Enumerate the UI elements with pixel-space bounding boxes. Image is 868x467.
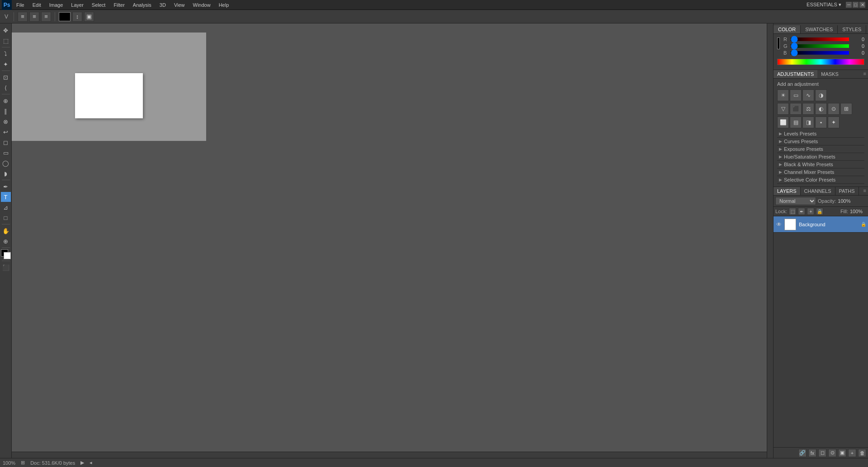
gradient-tool[interactable]: ▭ xyxy=(1,148,11,158)
color-picker[interactable] xyxy=(59,12,71,21)
preset-channel-mixer[interactable]: ▶ Channel Mixer Presets xyxy=(777,168,864,176)
preset-bw[interactable]: ▶ Black & White Presets xyxy=(777,161,864,168)
tab-paths[interactable]: PATHS xyxy=(835,187,859,195)
background-color[interactable] xyxy=(4,252,11,259)
menu-analysis[interactable]: Analysis xyxy=(129,1,155,9)
layer-visibility-toggle[interactable]: 👁 xyxy=(775,221,783,228)
channel-mixer-btn[interactable]: ⊞ xyxy=(840,103,852,115)
magic-wand-tool[interactable]: ✦ xyxy=(1,59,11,69)
horizontal-scrollbar[interactable] xyxy=(12,452,767,458)
b-slider[interactable] xyxy=(791,51,849,55)
crop-tool[interactable]: ⊡ xyxy=(1,72,11,82)
menu-view[interactable]: View xyxy=(170,1,189,9)
menu-image[interactable]: Image xyxy=(46,1,67,9)
eyedropper-tool[interactable]: ⟨ xyxy=(1,83,11,93)
essentials-button[interactable]: ESSENTIALS ▾ xyxy=(803,1,845,9)
blur-tool[interactable]: ◯ xyxy=(1,158,11,168)
quick-mask-button[interactable]: ⬛ xyxy=(1,262,11,272)
hue-sat-btn[interactable]: ⬛ xyxy=(790,103,802,115)
marquee-tool[interactable]: ⬚ xyxy=(1,36,11,46)
type-tool[interactable]: T xyxy=(1,192,11,202)
close-button[interactable]: ✕ xyxy=(859,2,865,8)
menu-layer[interactable]: Layer xyxy=(67,1,87,9)
path-selection-tool[interactable]: ⊿ xyxy=(1,202,11,212)
brightness-contrast-btn[interactable]: ☀ xyxy=(777,89,789,101)
zoom-tool[interactable]: ⊕ xyxy=(1,236,11,246)
menu-filter[interactable]: Filter xyxy=(110,1,128,9)
tab-color[interactable]: COLOR xyxy=(774,25,801,33)
align-center-button[interactable]: ≡ xyxy=(29,12,39,22)
tab-masks[interactable]: MASKS xyxy=(817,70,842,78)
menu-help[interactable]: Help xyxy=(215,1,233,9)
frame-icon[interactable]: ▣ xyxy=(84,12,94,22)
vertical-scrollbar[interactable] xyxy=(767,23,773,458)
maximize-button[interactable]: □ xyxy=(853,2,859,8)
layer-row-background[interactable]: 👁 Background 🔒 xyxy=(774,216,868,233)
invert-btn[interactable]: ⬜ xyxy=(777,117,789,128)
lock-image-btn[interactable]: ✒ xyxy=(798,208,805,215)
adj-panel-menu[interactable]: ≡ xyxy=(862,70,868,78)
menu-window[interactable]: Window xyxy=(189,1,214,9)
lasso-tool[interactable]: ⤵ xyxy=(1,49,11,59)
levels-btn[interactable]: ▭ xyxy=(790,89,802,101)
blend-mode-select[interactable]: Normal xyxy=(775,197,816,205)
healing-tool[interactable]: ⊕ xyxy=(1,96,11,106)
preset-exposure[interactable]: ▶ Exposure Presets xyxy=(777,145,864,153)
threshold-btn[interactable]: ◨ xyxy=(802,117,814,128)
selective-color-btn[interactable]: ✦ xyxy=(828,117,840,128)
preset-curves[interactable]: ▶ Curves Presets xyxy=(777,138,864,145)
layer-group-btn[interactable]: ▣ xyxy=(838,449,846,457)
curves-btn[interactable]: ∿ xyxy=(802,89,814,101)
dodge-tool[interactable]: ◗ xyxy=(1,168,11,178)
expand-icon[interactable]: ▶ xyxy=(80,460,84,466)
menu-file[interactable]: File xyxy=(13,1,28,9)
hand-tool[interactable]: ✋ xyxy=(1,226,11,236)
lock-position-btn[interactable]: + xyxy=(807,208,814,215)
gradient-map-btn[interactable]: ▪ xyxy=(815,117,827,128)
bw-btn[interactable]: ◐ xyxy=(815,103,827,115)
posterize-btn[interactable]: ▤ xyxy=(790,117,802,128)
exposure-btn[interactable]: ◑ xyxy=(815,89,827,101)
layers-panel-menu[interactable]: ≡ xyxy=(862,187,868,195)
r-slider[interactable] xyxy=(791,37,849,41)
history-brush[interactable]: ↩ xyxy=(1,127,11,137)
color-boxes[interactable] xyxy=(1,249,11,259)
pen-tool[interactable]: ✒ xyxy=(1,182,11,191)
brush-tool[interactable]: ∥ xyxy=(1,106,11,116)
lock-all-btn[interactable]: 🔒 xyxy=(816,208,823,215)
layer-new-btn[interactable]: + xyxy=(848,449,856,457)
align-left-button[interactable]: ≡ xyxy=(18,12,28,22)
toggle-icon[interactable]: ↕ xyxy=(72,12,82,22)
vibrance-btn[interactable]: ▽ xyxy=(777,103,789,115)
zoom-icon[interactable]: ⊞ xyxy=(21,460,25,466)
clone-tool[interactable]: ⊗ xyxy=(1,117,11,126)
color-balance-btn[interactable]: ⚖ xyxy=(802,103,814,115)
tab-swatches[interactable]: SWATCHES xyxy=(801,25,838,33)
menu-select[interactable]: Select xyxy=(88,1,109,9)
tab-adjustments[interactable]: ADJUSTMENTS xyxy=(774,70,817,78)
photo-filter-btn[interactable]: ⊙ xyxy=(828,103,840,115)
tab-layers[interactable]: LAYERS xyxy=(774,187,801,195)
spectrum-bar[interactable] xyxy=(777,59,864,65)
minimize-button[interactable]: ─ xyxy=(846,2,852,8)
shape-tool[interactable]: □ xyxy=(1,213,11,223)
menu-3d[interactable]: 3D xyxy=(156,1,170,9)
color-panel-menu[interactable]: ≡ xyxy=(866,25,868,33)
g-slider[interactable] xyxy=(791,44,849,48)
layer-mask-btn[interactable]: ◻ xyxy=(818,449,826,457)
preset-levels[interactable]: ▶ Levels Presets xyxy=(777,130,864,138)
lock-transparent-btn[interactable]: ⬚ xyxy=(789,208,796,215)
eraser-tool[interactable]: ◻ xyxy=(1,137,11,147)
layer-delete-btn[interactable]: 🗑 xyxy=(858,449,866,457)
preset-huesat[interactable]: ▶ Hue/Saturation Presets xyxy=(777,153,864,161)
move-tool[interactable]: ✥ xyxy=(1,25,11,35)
tab-channels[interactable]: CHANNELS xyxy=(801,187,835,195)
layer-adj-btn[interactable]: ⊙ xyxy=(828,449,836,457)
color-swatch[interactable] xyxy=(777,37,780,49)
menu-edit[interactable]: Edit xyxy=(29,1,45,9)
align-right-button[interactable]: ≡ xyxy=(41,12,51,22)
preset-selective-color[interactable]: ▶ Selective Color Presets xyxy=(777,176,864,184)
layer-link-btn[interactable]: 🔗 xyxy=(798,449,807,457)
tab-styles[interactable]: STYLES xyxy=(838,25,866,33)
layer-style-btn[interactable]: fx xyxy=(808,449,816,457)
